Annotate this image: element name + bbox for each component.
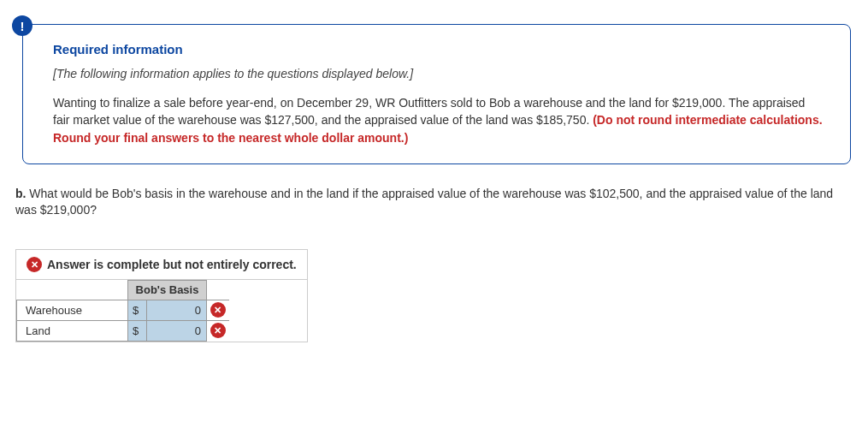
row-label-warehouse: Warehouse — [17, 300, 128, 320]
x-circle-icon: ✕ — [27, 257, 42, 272]
icon-header — [207, 281, 229, 300]
currency-symbol: $ — [128, 320, 147, 341]
question-letter: b. — [15, 187, 26, 200]
table-row: Warehouse $ 0 ✕ — [17, 300, 229, 320]
info-badge-icon: ! — [12, 15, 32, 36]
answer-status-text: Answer is complete but not entirely corr… — [47, 258, 297, 271]
required-info-box: Required information [The following info… — [22, 24, 851, 164]
answer-box: ✕ Answer is complete but not entirely co… — [15, 249, 308, 342]
question-text: What would be Bob's basis in the warehou… — [15, 187, 833, 217]
currency-symbol: $ — [128, 300, 147, 320]
question-b: b. What would be Bob's basis in the ware… — [15, 186, 851, 219]
problem-body: Wanting to finalize a sale before year-e… — [53, 94, 824, 146]
land-feedback-icon: ✕ — [207, 320, 229, 341]
warehouse-feedback-icon: ✕ — [207, 300, 229, 320]
answer-status-bar: ✕ Answer is complete but not entirely co… — [16, 250, 307, 280]
required-info-title: Required information — [53, 42, 824, 56]
basis-column-header: Bob's Basis — [128, 281, 207, 300]
x-circle-icon: ✕ — [210, 323, 226, 338]
answer-table: Bob's Basis Warehouse $ 0 ✕ Land $ 0 ✕ — [16, 280, 229, 342]
land-value-input[interactable]: 0 — [147, 320, 207, 341]
x-circle-icon: ✕ — [210, 302, 226, 318]
warehouse-value-input[interactable]: 0 — [147, 300, 207, 320]
table-row: Land $ 0 ✕ — [17, 320, 229, 341]
row-label-land: Land — [17, 320, 128, 341]
empty-header — [17, 281, 128, 300]
applies-note: [The following information applies to th… — [53, 67, 824, 80]
